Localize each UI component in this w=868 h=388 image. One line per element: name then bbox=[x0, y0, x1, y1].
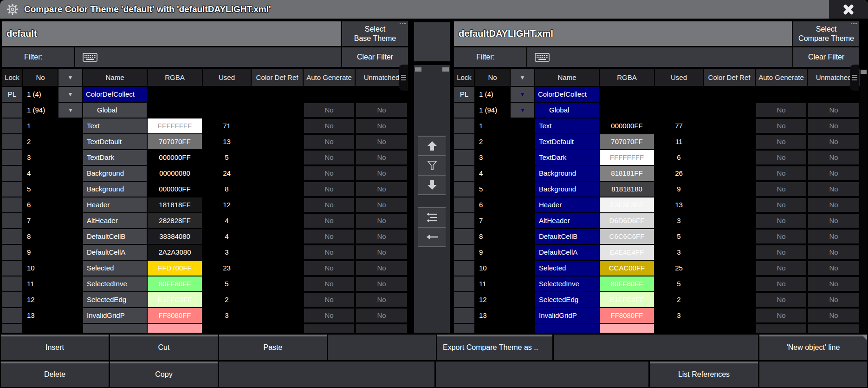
color-def-ref-cell[interactable] bbox=[704, 308, 755, 323]
name-cell[interactable]: SelectedEdg bbox=[83, 292, 147, 307]
color-def-ref-cell[interactable] bbox=[252, 103, 303, 118]
color-def-ref-cell[interactable] bbox=[704, 324, 755, 333]
no-badge[interactable]: No bbox=[808, 309, 859, 322]
used-cell[interactable]: 77 bbox=[655, 118, 703, 133]
used-cell[interactable]: 5 bbox=[203, 150, 251, 165]
rgba-cell[interactable]: 00000080 bbox=[148, 166, 202, 181]
no-cell[interactable]: 1 bbox=[23, 118, 58, 133]
unmatched-cell[interactable]: No bbox=[356, 213, 408, 228]
lock-cell[interactable] bbox=[454, 213, 474, 228]
lock-cell[interactable] bbox=[454, 292, 474, 307]
used-cell[interactable]: 23 bbox=[203, 261, 251, 276]
color-def-ref-cell[interactable] bbox=[704, 103, 755, 118]
color-def-ref-cell[interactable] bbox=[252, 292, 303, 307]
no-cell[interactable]: 9 bbox=[23, 245, 58, 260]
color-def-ref-cell[interactable] bbox=[252, 118, 303, 133]
lock-cell[interactable] bbox=[2, 118, 22, 133]
lock-cell[interactable] bbox=[454, 245, 474, 260]
no-badge[interactable]: No bbox=[756, 261, 806, 275]
paste-button[interactable]: Paste bbox=[219, 335, 327, 360]
auto-generate-cell[interactable]: No bbox=[304, 166, 355, 181]
grid-grip-handle[interactable] bbox=[850, 65, 859, 91]
lock-cell[interactable] bbox=[2, 229, 22, 244]
name-cell[interactable]: Global bbox=[83, 103, 147, 118]
unmatched-cell[interactable]: No bbox=[356, 276, 408, 291]
no-badge[interactable]: No bbox=[808, 119, 859, 133]
name-cell[interactable]: SelectedInve bbox=[535, 276, 599, 291]
move-down-button[interactable] bbox=[418, 175, 446, 195]
used-cell[interactable] bbox=[203, 103, 251, 118]
collapse-arrow-cell[interactable] bbox=[511, 213, 534, 228]
rgba-cell[interactable]: 000000FF bbox=[148, 182, 202, 197]
no-badge[interactable]: No bbox=[756, 151, 806, 164]
used-cell[interactable] bbox=[655, 324, 703, 333]
no-badge[interactable]: No bbox=[808, 245, 859, 259]
used-cell[interactable]: 12 bbox=[203, 197, 251, 212]
lock-cell[interactable] bbox=[454, 261, 474, 276]
color-def-ref-cell[interactable] bbox=[252, 182, 303, 197]
auto-generate-cell[interactable]: No bbox=[304, 229, 355, 244]
auto-generate-cell[interactable]: No bbox=[756, 103, 807, 118]
collapse-arrow-cell[interactable] bbox=[511, 150, 534, 165]
no-badge[interactable]: No bbox=[304, 277, 354, 291]
color-def-ref-cell[interactable] bbox=[704, 229, 755, 244]
no-badge[interactable]: No bbox=[808, 198, 859, 212]
select-base-theme-button[interactable]: Select Base Theme bbox=[342, 21, 408, 46]
unmatched-cell[interactable]: No bbox=[808, 261, 860, 276]
no-badge[interactable]: No bbox=[756, 166, 806, 180]
name-cell[interactable]: Background bbox=[535, 182, 599, 197]
no-cell[interactable]: 13 bbox=[475, 308, 510, 323]
unmatched-cell[interactable] bbox=[808, 324, 859, 333]
used-cell[interactable] bbox=[655, 103, 703, 118]
name-cell[interactable]: TextDark bbox=[83, 150, 147, 165]
no-badge[interactable]: No bbox=[304, 293, 354, 307]
unmatched-cell[interactable]: No bbox=[808, 276, 860, 291]
lock-cell[interactable] bbox=[454, 276, 474, 291]
rgba-cell[interactable]: FFFFFFFF bbox=[148, 118, 202, 133]
lock-cell[interactable] bbox=[2, 134, 22, 149]
no-badge[interactable]: No bbox=[808, 293, 859, 307]
rgba-cell[interactable]: E1FFC2FF bbox=[148, 292, 202, 307]
name-cell[interactable]: ColorDefCollect bbox=[83, 87, 147, 102]
name-cell[interactable] bbox=[535, 324, 599, 333]
no-badge[interactable]: No bbox=[808, 151, 859, 164]
no-badge[interactable]: No bbox=[756, 230, 806, 243]
no-badge[interactable]: No bbox=[756, 214, 806, 228]
no-badge[interactable]: No bbox=[304, 182, 354, 196]
auto-generate-cell[interactable]: No bbox=[304, 308, 355, 323]
no-cell[interactable]: 5 bbox=[23, 182, 58, 197]
color-def-ref-cell[interactable] bbox=[252, 87, 303, 102]
no-badge[interactable]: No bbox=[304, 198, 354, 212]
auto-generate-cell[interactable]: No bbox=[756, 292, 807, 307]
rgba-cell[interactable] bbox=[148, 87, 202, 102]
color-def-ref-cell[interactable] bbox=[704, 118, 755, 133]
color-def-ref-cell[interactable] bbox=[252, 197, 303, 212]
filter-input[interactable] bbox=[117, 47, 341, 67]
copy-to-left-button[interactable] bbox=[418, 227, 446, 247]
lock-cell[interactable]: PL bbox=[454, 87, 474, 102]
lock-cell[interactable]: PL bbox=[2, 87, 22, 102]
name-cell[interactable]: SelectedEdg bbox=[535, 292, 599, 307]
lock-cell[interactable] bbox=[454, 166, 474, 181]
collapse-arrow-cell[interactable] bbox=[58, 166, 82, 181]
lock-cell[interactable] bbox=[2, 197, 22, 212]
name-cell[interactable]: Selected bbox=[535, 261, 599, 276]
no-badge[interactable]: No bbox=[304, 245, 354, 259]
no-badge[interactable]: No bbox=[808, 230, 859, 243]
color-def-ref-cell[interactable] bbox=[252, 308, 303, 323]
no-cell[interactable]: 10 bbox=[475, 261, 510, 276]
rgba-cell[interactable]: E1FFC2FF bbox=[600, 292, 654, 307]
no-badge[interactable]: No bbox=[356, 119, 407, 133]
collapse-arrow-cell[interactable] bbox=[58, 118, 82, 133]
export-compare-theme-as-button[interactable]: Export Compare Theme as .. bbox=[437, 335, 552, 360]
auto-generate-cell[interactable]: No bbox=[304, 103, 355, 118]
column-header-used[interactable]: Used bbox=[655, 69, 703, 86]
auto-generate-cell[interactable]: No bbox=[304, 292, 355, 307]
column-header-color-def-ref[interactable]: Color Def Ref bbox=[252, 69, 303, 86]
grid-grip-handle[interactable] bbox=[399, 65, 408, 91]
column-header-used[interactable]: Used bbox=[203, 69, 251, 86]
no-cell[interactable]: 11 bbox=[23, 276, 58, 291]
lock-cell[interactable] bbox=[2, 276, 22, 291]
no-cell[interactable]: 3 bbox=[23, 150, 58, 165]
no-badge[interactable]: No bbox=[304, 309, 354, 322]
